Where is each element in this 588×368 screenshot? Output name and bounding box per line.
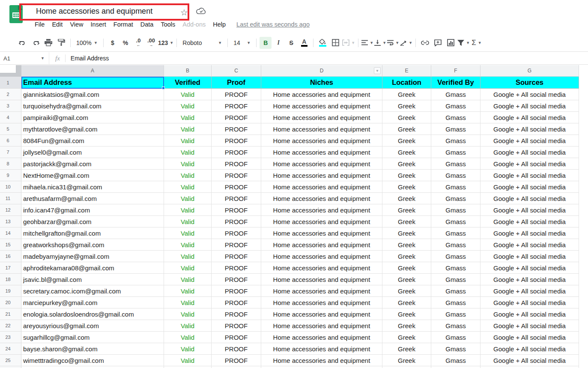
column-header-E[interactable]: E (382, 65, 431, 77)
cell-C17[interactable]: PROOF (212, 262, 261, 274)
cell-F20[interactable]: Gmass (431, 297, 481, 308)
text-wrap-button[interactable]: ▼ (387, 37, 399, 49)
cell-A11[interactable]: arethusafarm@gmail.com (21, 193, 164, 204)
row-header-21[interactable]: 21 (0, 308, 21, 320)
cell-B20[interactable]: Valid (164, 297, 212, 308)
cell-D4[interactable]: Home accessories and equipment (261, 112, 382, 123)
row-header-15[interactable]: 15 (0, 239, 21, 251)
cell-F10[interactable]: Gmass (431, 181, 481, 193)
horizontal-align-button[interactable]: ▼ (361, 37, 373, 49)
cell-C15[interactable]: PROOF (212, 239, 261, 251)
cell-B19[interactable]: Valid (164, 285, 212, 297)
row-header-10[interactable]: 10 (0, 181, 21, 193)
header-cell-E1[interactable]: Location (382, 77, 431, 89)
cell-G4[interactable]: Google + All social media (481, 112, 579, 123)
cell-G19[interactable]: Google + All social media (481, 285, 579, 297)
cell-E6[interactable]: Greek (382, 135, 431, 147)
cell-F15[interactable]: Gmass (431, 239, 481, 251)
formula-input[interactable]: Email Address (71, 55, 109, 62)
cell-D13[interactable]: Home accessories and equipment (261, 216, 382, 227)
cell-D17[interactable]: Home accessories and equipment (261, 262, 382, 274)
cell-E10[interactable]: Greek (382, 181, 431, 193)
cell-E22[interactable]: Greek (382, 320, 431, 332)
cell-A9[interactable]: NextHome@gmail.com (21, 170, 164, 181)
cell-F22[interactable]: Gmass (431, 320, 481, 332)
cell-B4[interactable]: Valid (164, 112, 212, 123)
cell-G13[interactable]: Google + All social media (481, 216, 579, 227)
cell-D21[interactable]: Home accessories and equipment (261, 308, 382, 320)
cell-F4[interactable]: Gmass (431, 112, 481, 123)
cell-C3[interactable]: PROOF (212, 100, 261, 112)
header-cell-C1[interactable]: Proof (212, 77, 261, 89)
cell-B17[interactable]: Valid (164, 262, 212, 274)
cell-D3[interactable]: Home accessories and equipment (261, 100, 382, 112)
cell-D18[interactable]: Home accessories and equipment (261, 274, 382, 285)
cell-E14[interactable]: Greek (382, 227, 431, 239)
cell-F21[interactable]: Gmass (431, 308, 481, 320)
cell-F13[interactable]: Gmass (431, 216, 481, 227)
cell-A16[interactable]: madebyamyjayne@gmail.com (21, 251, 164, 262)
row-header-2[interactable]: 2 (0, 89, 21, 100)
cell-D9[interactable]: Home accessories and equipment (261, 170, 382, 181)
cell-E13[interactable]: Greek (382, 216, 431, 227)
cloud-saved-icon[interactable] (196, 7, 206, 17)
cell-F26[interactable] (431, 366, 481, 368)
paint-format-icon[interactable] (55, 37, 67, 49)
cell-G10[interactable]: Google + All social media (481, 181, 579, 193)
select-all-corner[interactable] (0, 65, 21, 77)
cell-C25[interactable]: PROOF (212, 355, 261, 366)
cell-A8[interactable]: pastorjackk@gmail.com (21, 158, 164, 170)
font-family-select[interactable]: Roboto▼ (180, 37, 224, 49)
column-header-B[interactable]: B (164, 65, 212, 77)
font-size-select[interactable]: 14▼ (231, 37, 253, 49)
menu-view[interactable]: View (70, 21, 83, 28)
row-header-25[interactable]: 25 (0, 355, 21, 366)
cell-E11[interactable]: Greek (382, 193, 431, 204)
cell-A7[interactable]: jollysel0@gmail.com (21, 147, 164, 158)
cell-D14[interactable]: Home accessories and equipment (261, 227, 382, 239)
cell-G12[interactable]: Google + All social media (481, 204, 579, 216)
cell-B25[interactable]: Valid (164, 355, 212, 366)
document-title[interactable]: Home accessories and equipment (36, 7, 152, 16)
cell-A17[interactable]: aphroditekamara08@gmail.com (21, 262, 164, 274)
format-currency-button[interactable]: $ (107, 37, 119, 49)
cell-C10[interactable]: PROOF (212, 181, 261, 193)
cell-G11[interactable]: Google + All social media (481, 193, 579, 204)
cell-E18[interactable]: Greek (382, 274, 431, 285)
cell-D15[interactable]: Home accessories and equipment (261, 239, 382, 251)
cell-F19[interactable]: Gmass (431, 285, 481, 297)
cell-C19[interactable]: PROOF (212, 285, 261, 297)
row-header-16[interactable]: 16 (0, 251, 21, 262)
cell-B7[interactable]: Valid (164, 147, 212, 158)
cell-G24[interactable]: Google + All social media (481, 343, 579, 355)
cell-A21[interactable]: enologia.solardosloendros@gmail.com (21, 308, 164, 320)
cell-E8[interactable]: Greek (382, 158, 431, 170)
cell-G26[interactable] (481, 366, 579, 368)
cell-E26[interactable] (382, 366, 431, 368)
increase-decimal-button[interactable]: .00→ (145, 37, 157, 49)
cell-G7[interactable]: Google + All social media (481, 147, 579, 158)
column-header-G[interactable]: G (481, 65, 579, 77)
cell-E3[interactable]: Greek (382, 100, 431, 112)
zoom-select[interactable]: 100%▼ (74, 37, 100, 49)
decrease-decimal-button[interactable]: .0← (132, 37, 144, 49)
cell-E19[interactable]: Greek (382, 285, 431, 297)
column-header-C[interactable]: C (212, 65, 261, 77)
cell-A26[interactable] (21, 366, 164, 368)
cell-D22[interactable]: Home accessories and equipment (261, 320, 382, 332)
cell-B10[interactable]: Valid (164, 181, 212, 193)
column-header-D[interactable]: D▼ (261, 65, 382, 77)
row-header-5[interactable]: 5 (0, 123, 21, 135)
cell-F5[interactable]: Gmass (431, 123, 481, 135)
cell-C4[interactable]: PROOF (212, 112, 261, 123)
borders-button[interactable] (329, 37, 341, 49)
cell-A25[interactable]: wimetttradingco@gmail.com (21, 355, 164, 366)
cell-G20[interactable]: Google + All social media (481, 297, 579, 308)
number-format-button[interactable]: 123▼ (158, 37, 173, 49)
cell-B14[interactable]: Valid (164, 227, 212, 239)
cell-A20[interactable]: marciepurkey@gmail.com (21, 297, 164, 308)
row-header-23[interactable]: 23 (0, 332, 21, 343)
format-percent-button[interactable]: % (119, 37, 131, 49)
cell-D24[interactable]: Home accessories and equipment (261, 343, 382, 355)
header-cell-B1[interactable]: Verified (164, 77, 212, 89)
